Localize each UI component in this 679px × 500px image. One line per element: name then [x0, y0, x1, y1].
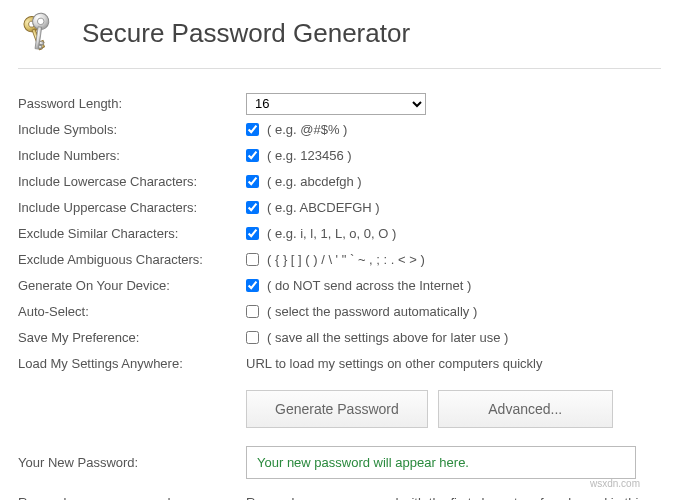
- svg-rect-9: [39, 45, 42, 48]
- label-exclude-ambiguous: Exclude Ambiguous Characters:: [18, 252, 246, 267]
- label-save-preference: Save My Preference:: [18, 330, 246, 345]
- hint-include-uppercase: ( e.g. ABCDEFGH ): [267, 200, 380, 215]
- row-exclude-ambiguous: Exclude Ambiguous Characters: ( { } [ ] …: [18, 247, 661, 272]
- exclude-ambiguous-checkbox[interactable]: [246, 253, 259, 266]
- row-auto-select: Auto-Select: ( select the password autom…: [18, 299, 661, 324]
- include-numbers-checkbox[interactable]: [246, 149, 259, 162]
- row-save-preference: Save My Preference: ( save all the setti…: [18, 325, 661, 350]
- hint-exclude-similar: ( e.g. i, l, 1, L, o, 0, O ): [267, 226, 396, 241]
- label-password-length: Password Length:: [18, 96, 246, 111]
- row-load-settings: Load My Settings Anywhere: URL to load m…: [18, 351, 661, 376]
- include-uppercase-checkbox[interactable]: [246, 201, 259, 214]
- row-your-new-password: Your New Password: Your new password wil…: [18, 446, 661, 479]
- button-row: Generate Password Advanced...: [246, 390, 661, 428]
- label-include-numbers: Include Numbers:: [18, 148, 246, 163]
- hint-generate-on-device: ( do NOT send across the Internet ): [267, 278, 471, 293]
- label-include-lowercase: Include Lowercase Characters:: [18, 174, 246, 189]
- label-include-symbols: Include Symbols:: [18, 122, 246, 137]
- new-password-output[interactable]: Your new password will appear here.: [246, 446, 636, 479]
- hint-load-settings: URL to load my settings on other compute…: [246, 356, 543, 371]
- row-remember-password: Remember your password: Remember your pa…: [18, 495, 661, 500]
- hint-include-symbols: ( e.g. @#$% ): [267, 122, 347, 137]
- remember-password-text: Remember your password with the first ch…: [246, 495, 661, 500]
- label-exclude-similar: Exclude Similar Characters:: [18, 226, 246, 241]
- auto-select-checkbox[interactable]: [246, 305, 259, 318]
- label-include-uppercase: Include Uppercase Characters:: [18, 200, 246, 215]
- hint-exclude-ambiguous: ( { } [ ] ( ) / \ ' " ` ~ , ; : . < > ): [267, 252, 425, 267]
- row-password-length: Password Length: 16: [18, 91, 661, 116]
- include-symbols-checkbox[interactable]: [246, 123, 259, 136]
- row-include-lowercase: Include Lowercase Characters: ( e.g. abc…: [18, 169, 661, 194]
- hint-auto-select: ( select the password automatically ): [267, 304, 477, 319]
- keys-icon: [18, 10, 64, 56]
- include-lowercase-checkbox[interactable]: [246, 175, 259, 188]
- label-auto-select: Auto-Select:: [18, 304, 246, 319]
- header: Secure Password Generator: [18, 0, 661, 69]
- label-remember-password: Remember your password:: [18, 495, 246, 500]
- advanced-button[interactable]: Advanced...: [438, 390, 613, 428]
- hint-include-lowercase: ( e.g. abcdefgh ): [267, 174, 362, 189]
- row-exclude-similar: Exclude Similar Characters: ( e.g. i, l,…: [18, 221, 661, 246]
- row-include-symbols: Include Symbols: ( e.g. @#$% ): [18, 117, 661, 142]
- generate-on-device-checkbox[interactable]: [246, 279, 259, 292]
- hint-save-preference: ( save all the settings above for later …: [267, 330, 508, 345]
- watermark: wsxdn.com: [590, 478, 640, 489]
- generate-password-button[interactable]: Generate Password: [246, 390, 428, 428]
- svg-rect-8: [39, 42, 43, 45]
- label-generate-on-device: Generate On Your Device:: [18, 278, 246, 293]
- label-load-settings: Load My Settings Anywhere:: [18, 356, 246, 371]
- password-length-select[interactable]: 16: [246, 93, 426, 115]
- page-title: Secure Password Generator: [82, 18, 410, 49]
- row-include-uppercase: Include Uppercase Characters: ( e.g. ABC…: [18, 195, 661, 220]
- save-preference-checkbox[interactable]: [246, 331, 259, 344]
- label-your-new-password: Your New Password:: [18, 455, 246, 470]
- row-generate-on-device: Generate On Your Device: ( do NOT send a…: [18, 273, 661, 298]
- exclude-similar-checkbox[interactable]: [246, 227, 259, 240]
- hint-include-numbers: ( e.g. 123456 ): [267, 148, 352, 163]
- row-include-numbers: Include Numbers: ( e.g. 123456 ): [18, 143, 661, 168]
